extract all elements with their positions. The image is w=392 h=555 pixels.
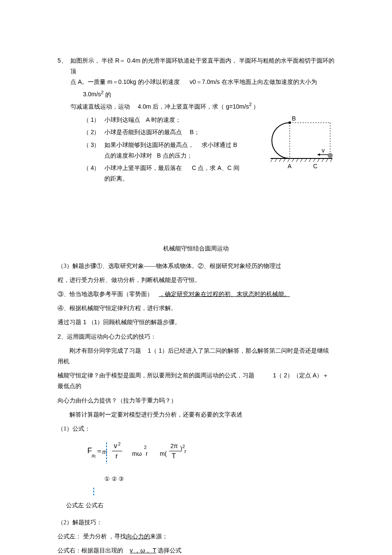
- formula-icon: F 向 ＝ m v 2 r mω 2 r m( 2π T ) 2 r: [75, 440, 211, 466]
- para-3u: 、末状态时的机械能。: [231, 291, 290, 297]
- svg-text:m(: m(: [160, 450, 167, 457]
- section-title: 机械能守恒结合圆周运动: [58, 243, 334, 254]
- svg-line-6: [275, 158, 277, 162]
- svg-text:＝: ＝: [96, 447, 103, 454]
- svg-text:): ): [180, 445, 182, 452]
- q5-sub4b: C 点，求 A、C 间: [192, 164, 239, 171]
- q5-line3: 匀减速直线运动，运动: [70, 104, 130, 110]
- q5-sub4a: 小球冲上竖半圆环，最后落在: [104, 165, 182, 171]
- svg-line-14: [309, 158, 311, 162]
- para-6: 2、运用圆周运动向心力公式的技巧：: [58, 331, 334, 342]
- para-3b: ，确定研究对象在过程的初: [159, 291, 231, 297]
- q5-sub4c: 的距离。: [104, 175, 128, 182]
- para-3a: ③、恰当地选取参考平面（零势面）: [58, 291, 153, 297]
- para-7: 刚才有部分同学完成了习题 1（ 1）后已经进入了第二问的解答，那么解答第二问时是…: [58, 345, 334, 367]
- q5-sub3: （ 3） 如果小球能够到达圆环的最高点， 求小球通过 B 点的速度和小球对 B …: [83, 140, 249, 161]
- q5-line3b: 4.0m 后，冲上竖直半圆环，求（ g=10m/s: [138, 103, 249, 110]
- svg-line-11: [296, 158, 298, 162]
- q5-line2a: 点 A。一质量 m＝0.10kg 的小球以初速度: [70, 78, 180, 85]
- q5-sub1-num: （ 1）: [83, 115, 104, 125]
- svg-text:2: 2: [118, 441, 121, 446]
- formula-labels: ① ② ③: [104, 474, 334, 484]
- q5-line3c: ）: [252, 104, 259, 110]
- q5-sub3b: 求小球通过 B: [202, 141, 237, 148]
- svg-line-7: [279, 158, 281, 162]
- para-10: 解答计算题时一定要对模型进行受力分析，还要有必要的文字表述: [58, 409, 334, 420]
- q5-sub3d: B 点的压力；: [157, 152, 192, 159]
- svg-text:向: 向: [92, 454, 96, 458]
- para-13a: 公式左： 受力分析 ，寻找: [58, 533, 126, 540]
- q5-sub3a: 如果小球能够到达圆环的最高点，: [104, 142, 194, 148]
- label-C: C: [313, 163, 317, 170]
- para-14: 公式右：根据题目出现的 v ，ω， T 选择公式: [58, 545, 334, 555]
- q5-line2d: 的: [104, 91, 111, 98]
- svg-text:r: r: [115, 452, 118, 460]
- svg-text:r: r: [184, 449, 186, 454]
- label-B: B: [292, 115, 296, 122]
- para-8a: 械能守恒定律？由于模型是圆周，所以要用到之前的圆周运动的公式，习题: [58, 372, 254, 379]
- q5-sub2b: B；: [190, 129, 199, 135]
- q5-sub3-num: （ 3）: [83, 140, 104, 161]
- q5-sub3-text: 如果小球能够到达圆环的最高点， 求小球通过 B 点的速度和小球对 B 点的压力；: [104, 140, 249, 161]
- para-3: ③、恰当地选取参考平面（零势面） ，确定研究对象在过程的初、末状态时的机械能。: [58, 289, 334, 299]
- formula-dashed-line: [87, 488, 138, 496]
- q5-line2c: 3.0m/s: [83, 91, 101, 98]
- label-v: v: [322, 147, 325, 154]
- q5-sub4: （ 4） 小球冲上竖半圆环，最后落在 C 点，求 A、C 间 的距离。: [83, 163, 249, 184]
- svg-text:mω: mω: [132, 450, 142, 457]
- para-13u: 向心力的: [126, 533, 150, 540]
- para-4: ④、根据机械能守恒定律列方程，进行求解。: [58, 303, 334, 313]
- para-1: （3）解题步骤①、选取研究对象——物体系或物体。②、根据研究对象经历的物理过: [58, 261, 334, 271]
- formula-labels-text: ① ② ③: [104, 476, 124, 482]
- para-5: 通过习题 1 （1）回顾机械能守恒的解题步骤。: [58, 317, 334, 328]
- q5-diagram: v B A C: [254, 112, 334, 188]
- q5-sub2a: 小球是否能到达圆环的最高点: [104, 129, 182, 135]
- svg-text:v: v: [114, 442, 117, 449]
- svg-text:r: r: [146, 450, 148, 457]
- q5-intro2: 半径 R＝ 0.4m 的光滑半圆环轨道处于竖直平面内，: [101, 57, 237, 64]
- para-12: （2）解题技巧：: [58, 517, 334, 528]
- para-13: 公式左： 受力分析 ，寻找向心力的来源；: [58, 531, 334, 542]
- question-5: 5、 如图所示， 半径 R＝ 0.4m 的光滑半圆环轨道处于竖直平面内， 半圆环…: [58, 55, 334, 188]
- q5-number: 5、: [58, 55, 67, 188]
- svg-line-18: [326, 158, 328, 162]
- para-2: 程，进行受力分析、做功分析，判断机械能是否守恒。: [58, 275, 334, 285]
- q5-sub1-text: 小球到达端点 A 时的速度；: [104, 115, 249, 125]
- q5-body: 如图所示， 半径 R＝ 0.4m 的光滑半圆环轨道处于竖直平面内， 半圆环与粗糙…: [70, 55, 334, 188]
- para-14b: 选择公式: [156, 547, 182, 554]
- svg-line-13: [305, 158, 307, 162]
- q5-sub4-num: （ 4）: [83, 163, 104, 184]
- centripetal-formula: F 向 ＝ m v 2 r mω 2 r m( 2π T ) 2 r: [75, 440, 334, 469]
- svg-line-5: [271, 158, 273, 162]
- svg-line-16: [317, 158, 320, 162]
- svg-text:T: T: [172, 452, 176, 460]
- svg-line-10: [292, 158, 294, 162]
- svg-line-9: [288, 158, 290, 162]
- q5-sub1a: 小球到达端点: [104, 117, 140, 123]
- q5-sub1b: A 时的速度；: [146, 116, 181, 123]
- svg-text:2π: 2π: [170, 443, 178, 449]
- para-14u: v ，ω， T: [130, 547, 156, 554]
- q5-sub3c: 点的速度和小球对: [104, 152, 152, 159]
- para-9: 向心力由什么力提供？（拉力等于重力吗？）: [58, 395, 334, 406]
- q5-header: 5、 如图所示， 半径 R＝ 0.4m 的光滑半圆环轨道处于竖直平面内， 半圆环…: [58, 55, 334, 188]
- para-7a: 刚才有部分同学完成了习题: [69, 348, 141, 354]
- svg-line-17: [322, 158, 324, 162]
- svg-line-15: [313, 158, 315, 162]
- q5-sub4-text: 小球冲上竖半圆环，最后落在 C 点，求 A、C 间 的距离。: [104, 163, 249, 184]
- svg-line-8: [283, 158, 285, 162]
- q5-sub1: （ 1） 小球到达端点 A 时的速度；: [83, 115, 249, 125]
- q5-sub2-num: （ 2）: [83, 127, 104, 138]
- svg-marker-22: [317, 153, 320, 156]
- q5-line2b: v0＝7.0m/s 在水平地面上向左做加速度的大小为: [190, 78, 317, 85]
- svg-line-12: [300, 158, 303, 162]
- para-11: （1）公式：: [58, 423, 334, 434]
- svg-point-20: [328, 153, 333, 158]
- label-A: A: [288, 163, 292, 170]
- semicircle-track-icon: v B A C: [254, 112, 334, 184]
- para-14a: 公式右：根据题目出现的: [58, 547, 123, 554]
- formula-bottom: 公式左 公式右: [66, 500, 334, 511]
- q5-intro1: 如图所示，: [70, 58, 100, 64]
- para-8: 械能守恒定律？由于模型是圆周，所以要用到之前的圆周运动的公式，习题 1（ 2）（…: [58, 370, 334, 391]
- q5-sub2: （ 2） 小球是否能到达圆环的最高点 B；: [83, 127, 249, 138]
